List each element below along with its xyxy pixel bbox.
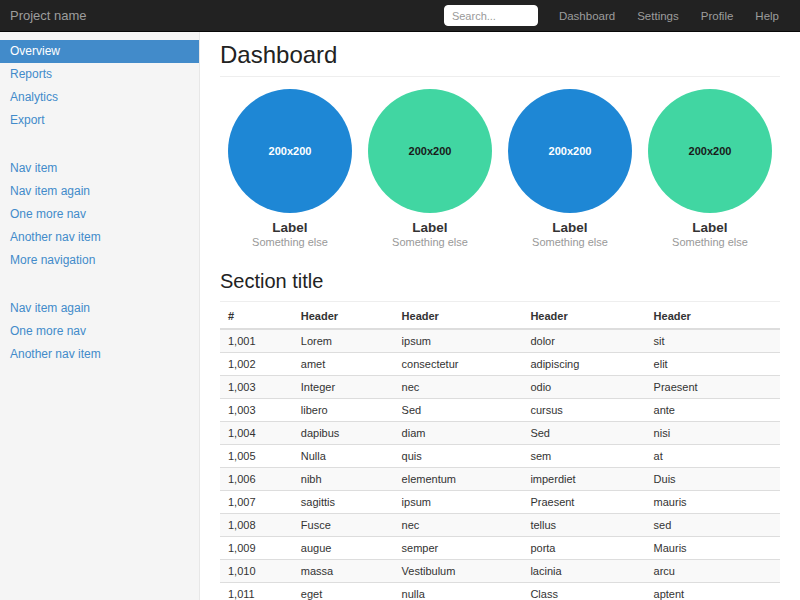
nav-link-help[interactable]: Help bbox=[744, 0, 790, 32]
table-row: 1,006nibhelementumimperdietDuis bbox=[220, 468, 780, 491]
placeholder-card: 200x200LabelSomething else bbox=[640, 89, 780, 248]
row-id-cell: 1,002 bbox=[220, 353, 293, 376]
table-cell: diam bbox=[394, 422, 523, 445]
placeholder-circle-image: 200x200 bbox=[228, 89, 352, 213]
table-row: 1,003IntegernecodioPraesent bbox=[220, 376, 780, 399]
table-row: 1,005Nullaquissemat bbox=[220, 445, 780, 468]
table-cell: amet bbox=[293, 353, 394, 376]
table-row: 1,008Fuscenectellussed bbox=[220, 514, 780, 537]
table-cell: Sed bbox=[394, 399, 523, 422]
table-cell: aptent bbox=[646, 583, 780, 600]
nav-link-profile[interactable]: Profile bbox=[690, 0, 745, 32]
row-id-cell: 1,004 bbox=[220, 422, 293, 445]
table-cell: nec bbox=[394, 514, 523, 537]
sidebar-item-nav-item-again[interactable]: Nav item again bbox=[0, 180, 199, 203]
placeholder-card: 200x200LabelSomething else bbox=[360, 89, 500, 248]
sidebar-item-export[interactable]: Export bbox=[0, 109, 199, 132]
table-cell: dolor bbox=[522, 329, 645, 353]
sidebar-group: Nav item againOne more navAnother nav it… bbox=[0, 297, 199, 366]
table-cell: ipsum bbox=[394, 491, 523, 514]
brand[interactable]: Project name bbox=[0, 8, 97, 23]
sidebar-item-one-more-nav[interactable]: One more nav bbox=[0, 320, 199, 343]
card-label: Label bbox=[640, 220, 780, 235]
row-id-cell: 1,009 bbox=[220, 537, 293, 560]
table-cell: massa bbox=[293, 560, 394, 583]
table-cell: Praesent bbox=[646, 376, 780, 399]
row-id-cell: 1,003 bbox=[220, 376, 293, 399]
nav-link-dashboard[interactable]: Dashboard bbox=[548, 0, 626, 32]
table-cell: Vestibulum bbox=[394, 560, 523, 583]
table-cell: eget bbox=[293, 583, 394, 600]
table-cell: cursus bbox=[522, 399, 645, 422]
table-cell: Praesent bbox=[522, 491, 645, 514]
placeholder-circle-image: 200x200 bbox=[508, 89, 632, 213]
card-sublabel: Something else bbox=[220, 236, 360, 248]
table-cell: Sed bbox=[522, 422, 645, 445]
table-row: 1,004dapibusdiamSednisi bbox=[220, 422, 780, 445]
nav-link-settings[interactable]: Settings bbox=[626, 0, 690, 32]
table-column-header: Header bbox=[646, 304, 780, 329]
table-cell: odio bbox=[522, 376, 645, 399]
table-cell: ipsum bbox=[394, 329, 523, 353]
table-cell: nulla bbox=[394, 583, 523, 600]
sidebar-item-more-navigation[interactable]: More navigation bbox=[0, 249, 199, 272]
table-row: 1,003liberoSedcursusante bbox=[220, 399, 780, 422]
card-label: Label bbox=[220, 220, 360, 235]
table-cell: lacinia bbox=[522, 560, 645, 583]
table-cell: adipiscing bbox=[522, 353, 645, 376]
section-title: Section title bbox=[220, 270, 780, 302]
card-sublabel: Something else bbox=[500, 236, 640, 248]
table-cell: tellus bbox=[522, 514, 645, 537]
sidebar-item-nav-item-again[interactable]: Nav item again bbox=[0, 297, 199, 320]
table-cell: nec bbox=[394, 376, 523, 399]
table-cell: dapibus bbox=[293, 422, 394, 445]
sidebar-item-reports[interactable]: Reports bbox=[0, 63, 199, 86]
row-id-cell: 1,011 bbox=[220, 583, 293, 600]
placeholder-card: 200x200LabelSomething else bbox=[220, 89, 360, 248]
table-cell: nibh bbox=[293, 468, 394, 491]
table-column-header: # bbox=[220, 304, 293, 329]
row-id-cell: 1,010 bbox=[220, 560, 293, 583]
table-cell: ante bbox=[646, 399, 780, 422]
placeholder-circle-image: 200x200 bbox=[368, 89, 492, 213]
table-cell: semper bbox=[394, 537, 523, 560]
row-id-cell: 1,003 bbox=[220, 399, 293, 422]
table-cell: mauris bbox=[646, 491, 780, 514]
table-cell: Lorem bbox=[293, 329, 394, 353]
table-row: 1,001Loremipsumdolorsit bbox=[220, 329, 780, 353]
table-cell: imperdiet bbox=[522, 468, 645, 491]
card-sublabel: Something else bbox=[640, 236, 780, 248]
table-cell: sagittis bbox=[293, 491, 394, 514]
sidebar-group: Nav itemNav item againOne more navAnothe… bbox=[0, 157, 199, 272]
top-navbar: Project name DashboardSettingsProfileHel… bbox=[0, 0, 800, 32]
sidebar-item-overview[interactable]: Overview bbox=[0, 40, 199, 63]
sidebar-item-another-nav-item[interactable]: Another nav item bbox=[0, 343, 199, 366]
row-id-cell: 1,008 bbox=[220, 514, 293, 537]
sidebar-item-analytics[interactable]: Analytics bbox=[0, 86, 199, 109]
table-row: 1,010massaVestibulumlaciniaarcu bbox=[220, 560, 780, 583]
placeholder-cards-row: 200x200LabelSomething else200x200LabelSo… bbox=[220, 89, 780, 248]
sidebar-item-another-nav-item[interactable]: Another nav item bbox=[0, 226, 199, 249]
table-cell: sed bbox=[646, 514, 780, 537]
row-id-cell: 1,007 bbox=[220, 491, 293, 514]
card-sublabel: Something else bbox=[360, 236, 500, 248]
sidebar: OverviewReportsAnalyticsExportNav itemNa… bbox=[0, 32, 200, 600]
table-cell: Nulla bbox=[293, 445, 394, 468]
table-cell: quis bbox=[394, 445, 523, 468]
table-cell: Fusce bbox=[293, 514, 394, 537]
sidebar-item-nav-item[interactable]: Nav item bbox=[0, 157, 199, 180]
table-cell: Duis bbox=[646, 468, 780, 491]
row-id-cell: 1,005 bbox=[220, 445, 293, 468]
table-cell: libero bbox=[293, 399, 394, 422]
placeholder-card: 200x200LabelSomething else bbox=[500, 89, 640, 248]
row-id-cell: 1,001 bbox=[220, 329, 293, 353]
card-label: Label bbox=[360, 220, 500, 235]
table-cell: at bbox=[646, 445, 780, 468]
search-input[interactable] bbox=[444, 5, 538, 26]
navbar-right: DashboardSettingsProfileHelp bbox=[444, 0, 800, 31]
row-id-cell: 1,006 bbox=[220, 468, 293, 491]
page-title: Dashboard bbox=[220, 41, 780, 77]
table-cell: porta bbox=[522, 537, 645, 560]
sidebar-item-one-more-nav[interactable]: One more nav bbox=[0, 203, 199, 226]
table-row: 1,009auguesemperportaMauris bbox=[220, 537, 780, 560]
